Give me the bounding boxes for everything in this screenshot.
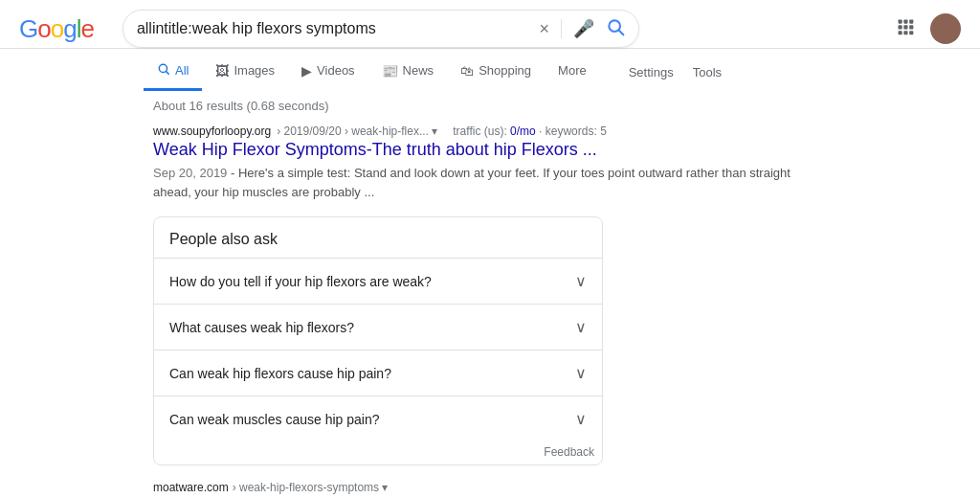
paa-item-4[interactable]: Can weak muscles cause hip pain? ∨ [154, 396, 602, 441]
result-2-url-path: › weak-hip-flexors-symptoms ▾ [233, 481, 389, 494]
result-item-1: www.soupyforloopy.org › 2019/09/20 › wea… [153, 124, 827, 201]
result-2-url-line: moatware.com › weak-hip-flexors-symptoms… [153, 481, 827, 494]
paa-feedback[interactable]: Feedback [154, 441, 602, 464]
paa-chevron-1: ∨ [575, 272, 587, 290]
header-right [896, 13, 961, 44]
result-1-title[interactable]: Weak Hip Flexor Symptoms-The truth about… [153, 140, 827, 160]
tab-more-label: More [558, 63, 587, 78]
search-input[interactable] [137, 20, 531, 37]
paa-question-1: How do you tell if your hip flexors are … [169, 274, 432, 289]
svg-rect-10 [909, 31, 913, 34]
apps-grid-icon[interactable] [896, 17, 915, 41]
result-2-url-domain: moatware.com [153, 481, 229, 494]
result-item-2: moatware.com › weak-hip-flexors-symptoms… [153, 481, 827, 498]
result-1-url-path: › 2019/09/20 › weak-hip-flex... ▾ [277, 124, 437, 138]
shopping-icon: 🛍 [460, 63, 474, 79]
tab-shopping[interactable]: 🛍 Shopping [447, 54, 545, 91]
paa-item-2[interactable]: What causes weak hip flexors? ∨ [154, 304, 602, 350]
svg-rect-3 [903, 19, 907, 23]
svg-rect-8 [899, 31, 902, 34]
paa-question-4: Can weak muscles cause hip pain? [169, 412, 379, 427]
settings-tools: Settings Tools [619, 56, 731, 89]
tab-shopping-label: Shopping [479, 63, 531, 78]
divider [561, 19, 562, 38]
logo-letter-g: G [19, 14, 37, 43]
videos-icon: ▶ [301, 63, 312, 79]
paa-item-3[interactable]: Can weak hip flexors cause hip pain? ∨ [154, 350, 602, 396]
result-1-snippet: Sep 20, 2019 - Here's a simple test: Sta… [153, 164, 827, 201]
tab-more[interactable]: More [545, 54, 600, 90]
tab-news-label: News [403, 63, 434, 78]
results-count: About 16 results (0.68 seconds) [153, 99, 827, 113]
svg-rect-7 [909, 25, 913, 29]
all-icon [157, 62, 170, 79]
nav-tabs: All 🖼 Images ▶ Videos 📰 News 🛍 Shopping … [0, 53, 980, 91]
traffic-suffix: · keywords: [539, 124, 597, 138]
tab-all[interactable]: All [144, 53, 202, 91]
paa-chevron-3: ∨ [575, 364, 587, 382]
header: Google × 🎤 [0, 0, 980, 49]
tools-link[interactable]: Tools [683, 56, 731, 89]
result-1-url-domain: www.soupyforloopy.org [153, 124, 271, 138]
result-1-snippet-text: - Here's a simple test: Stand and look d… [153, 166, 791, 199]
svg-line-12 [167, 72, 169, 75]
news-icon: 📰 [382, 63, 398, 79]
images-icon: 🖼 [215, 63, 229, 79]
paa-question-2: What causes weak hip flexors? [169, 320, 354, 335]
svg-line-1 [619, 30, 624, 34]
people-also-ask-box: People also ask How do you tell if your … [153, 216, 603, 465]
microphone-icon[interactable]: 🎤 [573, 18, 594, 39]
logo-letter-g2: g [63, 14, 76, 43]
search-bar[interactable]: × 🎤 [122, 10, 639, 48]
main-content: About 16 results (0.68 seconds) www.soup… [0, 91, 980, 498]
logo-letter-o2: o [51, 14, 63, 43]
search-icons: × 🎤 [539, 17, 625, 41]
traffic-label: traffic (us): [453, 124, 506, 138]
svg-rect-2 [899, 19, 902, 23]
svg-rect-4 [909, 19, 913, 23]
tab-news[interactable]: 📰 News [368, 54, 448, 91]
svg-rect-6 [903, 25, 907, 29]
paa-chevron-4: ∨ [575, 410, 587, 428]
traffic-link[interactable]: 0/mo [510, 124, 536, 138]
tab-images[interactable]: 🖼 Images [202, 54, 288, 91]
logo-letter-o1: o [37, 14, 50, 43]
paa-chevron-2: ∨ [575, 318, 587, 336]
tab-all-label: All [175, 63, 189, 78]
search-submit-icon[interactable] [606, 17, 625, 41]
tab-videos[interactable]: ▶ Videos [288, 54, 368, 91]
keywords-count: 5 [600, 124, 607, 138]
paa-title: People also ask [154, 217, 602, 258]
result-1-url-line: www.soupyforloopy.org › 2019/09/20 › wea… [153, 124, 827, 138]
user-avatar[interactable] [930, 13, 961, 44]
google-logo: Google [19, 14, 94, 44]
result-1-traffic: traffic (us): 0/mo · keywords: 5 [453, 124, 607, 138]
svg-rect-9 [903, 31, 907, 34]
tab-videos-label: Videos [317, 63, 355, 78]
settings-link[interactable]: Settings [619, 56, 683, 89]
tab-images-label: Images [234, 63, 275, 78]
paa-question-3: Can weak hip flexors cause hip pain? [169, 366, 391, 381]
svg-rect-5 [899, 25, 902, 29]
clear-icon[interactable]: × [539, 19, 549, 39]
logo-letter-e: e [80, 14, 93, 43]
result-1-date: Sep 20, 2019 [153, 166, 227, 180]
paa-item-1[interactable]: How do you tell if your hip flexors are … [154, 258, 602, 304]
